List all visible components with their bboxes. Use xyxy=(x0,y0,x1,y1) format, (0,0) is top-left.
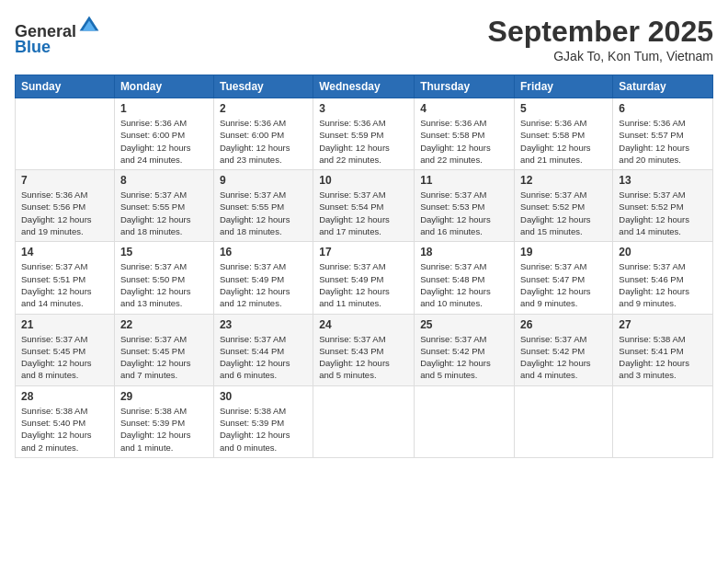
day-info: Sunrise: 5:38 AM Sunset: 5:39 PM Dayligh… xyxy=(120,405,208,454)
calendar-cell: 26Sunrise: 5:37 AM Sunset: 5:42 PM Dayli… xyxy=(515,314,613,385)
day-info: Sunrise: 5:36 AM Sunset: 6:00 PM Dayligh… xyxy=(220,117,307,166)
calendar-cell: 12Sunrise: 5:37 AM Sunset: 5:52 PM Dayli… xyxy=(515,170,613,242)
day-number: 30 xyxy=(220,390,307,403)
day-info: Sunrise: 5:36 AM Sunset: 5:58 PM Dayligh… xyxy=(420,117,508,166)
calendar-cell: 11Sunrise: 5:37 AM Sunset: 5:53 PM Dayli… xyxy=(415,170,515,242)
calendar-week-row: 1Sunrise: 5:36 AM Sunset: 6:00 PM Daylig… xyxy=(16,98,713,170)
day-info: Sunrise: 5:37 AM Sunset: 5:55 PM Dayligh… xyxy=(120,189,208,237)
day-info: Sunrise: 5:38 AM Sunset: 5:39 PM Dayligh… xyxy=(220,405,307,454)
day-number: 2 xyxy=(220,102,307,115)
day-info: Sunrise: 5:37 AM Sunset: 5:52 PM Dayligh… xyxy=(520,189,607,237)
day-number: 24 xyxy=(319,318,408,331)
calendar-cell xyxy=(415,385,515,457)
calendar-cell: 15Sunrise: 5:37 AM Sunset: 5:50 PM Dayli… xyxy=(114,242,213,314)
calendar-cell: 25Sunrise: 5:37 AM Sunset: 5:42 PM Dayli… xyxy=(415,314,515,385)
day-info: Sunrise: 5:36 AM Sunset: 5:58 PM Dayligh… xyxy=(520,117,607,166)
day-info: Sunrise: 5:37 AM Sunset: 5:53 PM Dayligh… xyxy=(420,189,508,237)
calendar-cell: 29Sunrise: 5:38 AM Sunset: 5:39 PM Dayli… xyxy=(114,385,213,457)
calendar-cell: 5Sunrise: 5:36 AM Sunset: 5:58 PM Daylig… xyxy=(515,98,613,170)
day-info: Sunrise: 5:37 AM Sunset: 5:55 PM Dayligh… xyxy=(220,189,307,237)
day-number: 21 xyxy=(21,318,108,331)
day-info: Sunrise: 5:37 AM Sunset: 5:45 PM Dayligh… xyxy=(120,333,208,382)
day-number: 9 xyxy=(220,174,307,187)
calendar-cell: 1Sunrise: 5:36 AM Sunset: 6:00 PM Daylig… xyxy=(114,98,213,170)
calendar-header-row: SundayMondayTuesdayWednesdayThursdayFrid… xyxy=(16,75,713,98)
day-info: Sunrise: 5:36 AM Sunset: 5:57 PM Dayligh… xyxy=(619,117,707,166)
calendar-cell: 19Sunrise: 5:37 AM Sunset: 5:47 PM Dayli… xyxy=(515,242,613,314)
weekday-header-sunday: Sunday xyxy=(16,75,115,98)
day-number: 11 xyxy=(420,174,508,187)
calendar-cell: 13Sunrise: 5:37 AM Sunset: 5:52 PM Dayli… xyxy=(613,170,713,242)
calendar-cell xyxy=(515,385,613,457)
day-number: 14 xyxy=(21,246,108,259)
day-info: Sunrise: 5:36 AM Sunset: 5:56 PM Dayligh… xyxy=(21,189,108,237)
day-number: 26 xyxy=(520,318,607,331)
day-number: 13 xyxy=(619,174,707,187)
calendar-cell: 21Sunrise: 5:37 AM Sunset: 5:45 PM Dayli… xyxy=(16,314,115,385)
calendar-cell: 8Sunrise: 5:37 AM Sunset: 5:55 PM Daylig… xyxy=(114,170,213,242)
day-number: 19 xyxy=(520,246,607,259)
day-info: Sunrise: 5:37 AM Sunset: 5:54 PM Dayligh… xyxy=(319,189,408,237)
day-number: 15 xyxy=(120,246,208,259)
calendar-week-row: 21Sunrise: 5:37 AM Sunset: 5:45 PM Dayli… xyxy=(16,314,713,385)
calendar-cell: 9Sunrise: 5:37 AM Sunset: 5:55 PM Daylig… xyxy=(213,170,313,242)
day-number: 29 xyxy=(120,390,208,403)
calendar-cell: 18Sunrise: 5:37 AM Sunset: 5:48 PM Dayli… xyxy=(415,242,515,314)
calendar-cell: 10Sunrise: 5:37 AM Sunset: 5:54 PM Dayli… xyxy=(313,170,415,242)
day-number: 5 xyxy=(520,102,607,115)
day-number: 16 xyxy=(220,246,307,259)
weekday-header-monday: Monday xyxy=(114,75,213,98)
calendar-cell xyxy=(313,385,415,457)
calendar-cell: 27Sunrise: 5:38 AM Sunset: 5:41 PM Dayli… xyxy=(613,314,713,385)
page-header: General Blue September 2025 GJak To, Kon… xyxy=(15,15,713,63)
calendar-cell: 7Sunrise: 5:36 AM Sunset: 5:56 PM Daylig… xyxy=(16,170,115,242)
weekday-header-tuesday: Tuesday xyxy=(213,75,313,98)
day-number: 3 xyxy=(319,102,408,115)
day-number: 6 xyxy=(619,102,707,115)
calendar-cell: 28Sunrise: 5:38 AM Sunset: 5:40 PM Dayli… xyxy=(16,385,115,457)
day-number: 18 xyxy=(420,246,508,259)
day-info: Sunrise: 5:37 AM Sunset: 5:51 PM Dayligh… xyxy=(21,260,108,309)
calendar-cell: 30Sunrise: 5:38 AM Sunset: 5:39 PM Dayli… xyxy=(213,385,313,457)
day-number: 25 xyxy=(420,318,508,331)
day-info: Sunrise: 5:37 AM Sunset: 5:42 PM Dayligh… xyxy=(520,333,607,382)
day-number: 8 xyxy=(120,174,208,187)
day-info: Sunrise: 5:37 AM Sunset: 5:47 PM Dayligh… xyxy=(520,260,607,309)
logo-icon xyxy=(78,15,100,37)
day-info: Sunrise: 5:36 AM Sunset: 6:00 PM Dayligh… xyxy=(120,117,208,166)
calendar-cell: 17Sunrise: 5:37 AM Sunset: 5:49 PM Dayli… xyxy=(313,242,415,314)
day-number: 12 xyxy=(520,174,607,187)
month-title: September 2025 xyxy=(488,15,713,49)
day-info: Sunrise: 5:38 AM Sunset: 5:41 PM Dayligh… xyxy=(619,333,707,382)
calendar-cell: 24Sunrise: 5:37 AM Sunset: 5:43 PM Dayli… xyxy=(313,314,415,385)
day-number: 7 xyxy=(21,174,108,187)
day-info: Sunrise: 5:37 AM Sunset: 5:49 PM Dayligh… xyxy=(220,260,307,309)
day-number: 23 xyxy=(220,318,307,331)
calendar-cell: 2Sunrise: 5:36 AM Sunset: 6:00 PM Daylig… xyxy=(213,98,313,170)
calendar-cell: 6Sunrise: 5:36 AM Sunset: 5:57 PM Daylig… xyxy=(613,98,713,170)
day-info: Sunrise: 5:37 AM Sunset: 5:50 PM Dayligh… xyxy=(120,260,208,309)
day-info: Sunrise: 5:37 AM Sunset: 5:44 PM Dayligh… xyxy=(220,333,307,382)
calendar: SundayMondayTuesdayWednesdayThursdayFrid… xyxy=(15,75,713,458)
day-info: Sunrise: 5:37 AM Sunset: 5:42 PM Dayligh… xyxy=(420,333,508,382)
day-number: 28 xyxy=(21,390,108,403)
calendar-week-row: 7Sunrise: 5:36 AM Sunset: 5:56 PM Daylig… xyxy=(16,170,713,242)
day-info: Sunrise: 5:38 AM Sunset: 5:40 PM Dayligh… xyxy=(21,405,108,454)
day-info: Sunrise: 5:37 AM Sunset: 5:52 PM Dayligh… xyxy=(619,189,707,237)
weekday-header-friday: Friday xyxy=(515,75,613,98)
calendar-week-row: 28Sunrise: 5:38 AM Sunset: 5:40 PM Dayli… xyxy=(16,385,713,457)
weekday-header-wednesday: Wednesday xyxy=(313,75,415,98)
day-number: 20 xyxy=(619,246,707,259)
calendar-cell: 22Sunrise: 5:37 AM Sunset: 5:45 PM Dayli… xyxy=(114,314,213,385)
weekday-header-saturday: Saturday xyxy=(613,75,713,98)
day-info: Sunrise: 5:37 AM Sunset: 5:46 PM Dayligh… xyxy=(619,260,707,309)
day-number: 17 xyxy=(319,246,408,259)
title-block: September 2025 GJak To, Kon Tum, Vietnam xyxy=(488,15,713,63)
day-number: 27 xyxy=(619,318,707,331)
day-number: 1 xyxy=(120,102,208,115)
day-info: Sunrise: 5:37 AM Sunset: 5:48 PM Dayligh… xyxy=(420,260,508,309)
calendar-week-row: 14Sunrise: 5:37 AM Sunset: 5:51 PM Dayli… xyxy=(16,242,713,314)
calendar-cell: 14Sunrise: 5:37 AM Sunset: 5:51 PM Dayli… xyxy=(16,242,115,314)
day-info: Sunrise: 5:36 AM Sunset: 5:59 PM Dayligh… xyxy=(319,117,408,166)
calendar-cell: 20Sunrise: 5:37 AM Sunset: 5:46 PM Dayli… xyxy=(613,242,713,314)
